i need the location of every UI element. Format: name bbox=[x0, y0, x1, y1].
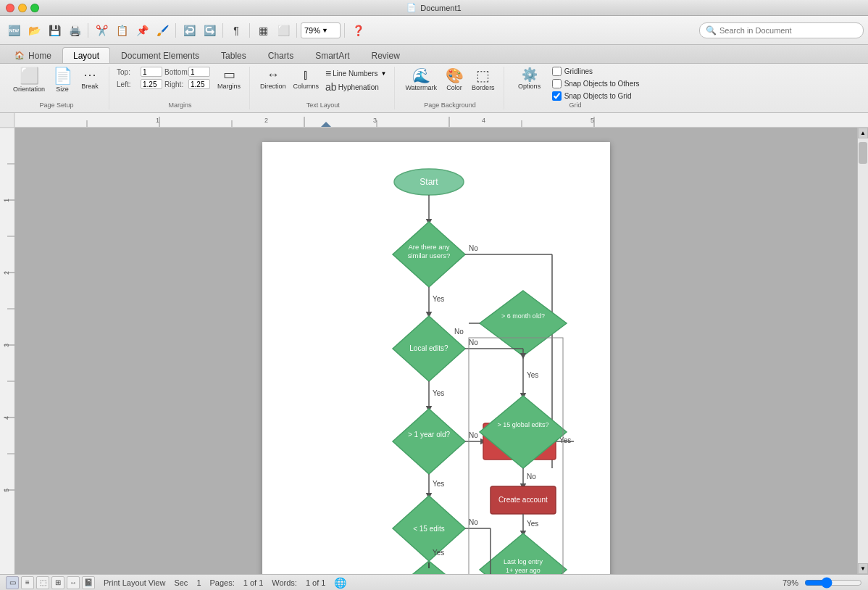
snap-others-check[interactable]: Snap Objects to Others bbox=[552, 79, 640, 88]
margins-icon: ▭ bbox=[223, 68, 235, 81]
paragraph-marks[interactable]: ¶ bbox=[227, 21, 246, 40]
svg-text:Yes: Yes bbox=[433, 549, 444, 557]
left-input[interactable] bbox=[141, 79, 162, 89]
maximize-button[interactable] bbox=[30, 4, 39, 12]
tab-layout[interactable]: Layout bbox=[62, 47, 110, 63]
top-input[interactable] bbox=[141, 67, 162, 77]
margins-button[interactable]: ▭ Margins bbox=[214, 67, 243, 91]
paste-button[interactable]: 📌 bbox=[133, 21, 151, 40]
page-setup-label: Page Setup bbox=[4, 101, 109, 109]
search-input[interactable] bbox=[719, 26, 857, 35]
save-button[interactable]: 💾 bbox=[45, 21, 64, 40]
snap-grid-checkbox[interactable] bbox=[552, 91, 562, 101]
tab-document-elements[interactable]: Document Elements bbox=[110, 47, 210, 63]
sidebar-toggle[interactable]: ⬜ bbox=[274, 21, 293, 40]
gridlines-check[interactable]: Gridlines bbox=[552, 67, 640, 76]
borders-button[interactable]: ⬚ Borders bbox=[469, 67, 498, 93]
svg-text:Are there any: Are there any bbox=[408, 243, 449, 251]
outline-icon[interactable]: ≡ bbox=[21, 576, 34, 589]
tab-smartart[interactable]: SmartArt bbox=[304, 47, 360, 63]
document-area[interactable]: Start Are there any similar users? No Ye… bbox=[14, 128, 857, 574]
search-icon: 🔍 bbox=[706, 25, 717, 36]
minimize-button[interactable] bbox=[18, 4, 27, 12]
svg-text:Last log entry: Last log entry bbox=[503, 558, 543, 565]
grid-label: Grid bbox=[506, 101, 646, 109]
svg-text:1: 1 bbox=[156, 117, 159, 124]
svg-marker-73 bbox=[480, 291, 567, 356]
svg-text:similar users?: similar users? bbox=[407, 252, 450, 259]
color-button[interactable]: 🎨 Color bbox=[441, 67, 467, 93]
hyphenation-button[interactable]: ab Hyphenation bbox=[323, 80, 388, 94]
svg-text:4: 4 bbox=[482, 117, 485, 124]
watermark-button[interactable]: 🌊 Watermark bbox=[402, 67, 440, 93]
tab-review[interactable]: Review bbox=[360, 47, 410, 63]
new-button[interactable]: 🆕 bbox=[4, 21, 23, 40]
scroll-down-button[interactable]: ▼ bbox=[858, 563, 868, 574]
ribbon-group-page-background: 🌊 Watermark 🎨 Color ⬚ Borders Page Backg… bbox=[396, 67, 504, 109]
line-numbers-arrow[interactable]: ▼ bbox=[381, 70, 387, 77]
cut-button[interactable]: ✂️ bbox=[92, 21, 111, 40]
right-scrollbar[interactable]: ▲ ▼ bbox=[857, 128, 868, 574]
zoom-slider[interactable] bbox=[804, 577, 862, 589]
web-icon[interactable]: ⊞ bbox=[51, 576, 64, 589]
redo-button[interactable]: ↪️ bbox=[200, 21, 219, 40]
right-input[interactable] bbox=[188, 79, 210, 89]
scroll-up-button[interactable]: ▲ bbox=[858, 128, 868, 138]
options-icon: ⚙️ bbox=[522, 68, 538, 81]
svg-text:Start: Start bbox=[420, 177, 438, 187]
tab-review-label: Review bbox=[371, 51, 399, 61]
format-painter[interactable]: 🖌️ bbox=[153, 21, 172, 40]
page-background-label: Page Background bbox=[396, 101, 503, 109]
close-button[interactable] bbox=[6, 4, 14, 12]
zoom-pct-label: 79% bbox=[783, 578, 798, 587]
undo-button[interactable]: ↩️ bbox=[180, 21, 199, 40]
columns-button[interactable]: ⫿ Columns bbox=[291, 67, 322, 91]
ruler-corner bbox=[0, 113, 14, 127]
size-button[interactable]: 📄 Size bbox=[49, 67, 75, 94]
zoom-dropdown-icon[interactable]: ▼ bbox=[322, 27, 328, 34]
print-layout-icon[interactable]: ▭ bbox=[6, 576, 19, 589]
window-controls[interactable] bbox=[6, 4, 39, 12]
tab-home[interactable]: 🏠 Home bbox=[4, 47, 62, 63]
language-icon: 🌐 bbox=[334, 577, 346, 589]
scroll-track[interactable] bbox=[858, 138, 868, 563]
copy-button[interactable]: 📋 bbox=[112, 21, 131, 40]
svg-text:Create account: Create account bbox=[498, 496, 548, 504]
gridlines-checkbox[interactable] bbox=[552, 67, 562, 76]
orientation-button[interactable]: ⬜ Orientation bbox=[10, 67, 48, 94]
tab-document-elements-label: Document Elements bbox=[121, 51, 199, 61]
snap-grid-check[interactable]: Snap Objects to Grid bbox=[552, 91, 640, 101]
snap-others-checkbox[interactable] bbox=[552, 79, 562, 88]
break-icon: ⋯ bbox=[83, 68, 96, 81]
tab-layout-label: Layout bbox=[73, 51, 99, 61]
bottom-input[interactable] bbox=[188, 67, 210, 77]
watermark-icon: 🌊 bbox=[412, 68, 430, 83]
svg-text:No: No bbox=[527, 473, 536, 481]
bottom-label: Bottom: bbox=[164, 68, 186, 76]
search-bar[interactable]: 🔍 bbox=[699, 22, 864, 38]
svg-text:Yes: Yes bbox=[433, 480, 444, 488]
view-toggle[interactable]: ▦ bbox=[254, 21, 272, 40]
tab-tables[interactable]: Tables bbox=[210, 47, 257, 63]
scroll-thumb[interactable] bbox=[859, 142, 867, 164]
focus-icon[interactable]: ↔ bbox=[67, 576, 80, 589]
print-button[interactable]: 🖨️ bbox=[65, 21, 84, 40]
section-num: 1 bbox=[196, 578, 201, 587]
tab-charts[interactable]: Charts bbox=[257, 47, 304, 63]
svg-text:No: No bbox=[454, 328, 464, 336]
line-numbers-button[interactable]: ≡ Line Numbers ▼ bbox=[323, 67, 388, 80]
color-label: Color bbox=[446, 84, 462, 91]
notebook-icon[interactable]: 📓 bbox=[82, 576, 95, 589]
draft-icon[interactable]: ⬚ bbox=[36, 576, 49, 589]
help-button[interactable]: ❓ bbox=[349, 21, 367, 40]
direction-button[interactable]: ↔ Direction bbox=[257, 67, 289, 91]
separator-5 bbox=[296, 23, 297, 38]
zoom-box[interactable]: 79% ▼ bbox=[301, 22, 341, 38]
gridlines-label: Gridlines bbox=[564, 67, 593, 75]
svg-text:> 6 month old?: > 6 month old? bbox=[501, 312, 545, 320]
direction-label: Direction bbox=[260, 83, 286, 90]
svg-text:3: 3 bbox=[373, 117, 377, 124]
break-button[interactable]: ⋯ Break bbox=[77, 67, 103, 91]
watermark-label: Watermark bbox=[405, 84, 437, 91]
open-button[interactable]: 📂 bbox=[25, 21, 43, 40]
